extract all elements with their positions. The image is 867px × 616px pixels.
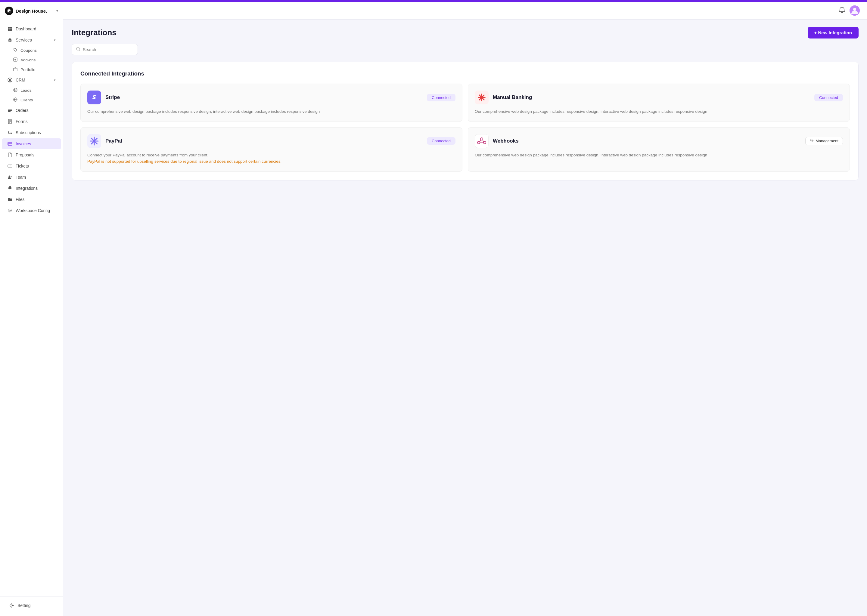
sidebar-item-dashboard[interactable]: Dashboard <box>2 24 61 34</box>
manual-banking-status-badge: Connected <box>814 94 843 101</box>
page-title: Integrations <box>72 28 117 37</box>
manual-banking-description: Our comprehensive web design package inc… <box>475 108 843 115</box>
sidebar: Design House. ▾ Dashboard Services ▾ <box>0 2 63 616</box>
sidebar-item-label: Subscriptions <box>16 130 41 135</box>
user-avatar[interactable] <box>850 5 860 16</box>
svg-point-34 <box>11 176 12 177</box>
svg-rect-7 <box>10 29 12 31</box>
svg-point-57 <box>811 140 812 141</box>
svg-rect-21 <box>8 109 12 110</box>
paypal-name: PayPal <box>106 138 422 144</box>
svg-rect-2 <box>8 11 9 12</box>
brand-name: Design House. <box>16 8 47 14</box>
briefcase-icon <box>13 67 17 72</box>
sidebar-item-integrations[interactable]: Integrations <box>2 183 61 194</box>
svg-point-39 <box>9 210 11 211</box>
svg-point-8 <box>14 49 15 49</box>
sidebar-item-label: Tickets <box>16 163 29 168</box>
search-input[interactable] <box>83 47 133 52</box>
integration-card-webhooks: Webhooks Management Our comprehensive we… <box>468 127 850 172</box>
svg-rect-1 <box>8 10 11 11</box>
svg-point-56 <box>481 138 483 140</box>
sidebar-item-invoices[interactable]: Invoices <box>2 138 61 149</box>
sidebar-item-addons[interactable]: Add-ons <box>2 55 61 64</box>
webhooks-description: Our comprehensive web design package inc… <box>475 152 843 159</box>
paypal-description: Connect your PayPal account to receive p… <box>87 152 456 159</box>
manual-banking-logo <box>475 91 489 104</box>
sidebar-item-team[interactable]: Team <box>2 172 61 182</box>
svg-rect-28 <box>8 142 12 145</box>
brand-chevron-icon: ▾ <box>56 9 58 13</box>
svg-rect-5 <box>10 27 12 28</box>
paypal-warning: PayPal is not supported for upselling se… <box>87 159 456 165</box>
sidebar-item-tickets[interactable]: Tickets <box>2 160 61 171</box>
svg-point-42 <box>853 8 856 11</box>
sidebar-item-crm[interactable]: CRM ▾ <box>2 75 61 85</box>
sidebar-item-label: Services <box>16 38 32 42</box>
svg-point-54 <box>478 141 480 144</box>
sidebar-item-leads[interactable]: Leads <box>2 86 61 95</box>
paypal-status-badge: Connected <box>427 137 456 145</box>
sidebar-item-files[interactable]: Files <box>2 194 61 205</box>
integration-card-paypal: PayPal Connected Connect your PayPal acc… <box>80 127 462 172</box>
sidebar-item-clients[interactable]: Clients <box>2 95 61 105</box>
file-text-icon <box>7 119 13 124</box>
sidebar-item-coupons[interactable]: Coupons <box>2 46 61 55</box>
svg-rect-31 <box>8 165 12 167</box>
sidebar-item-portfolio[interactable]: Portfolio <box>2 65 61 74</box>
integration-card-manual-banking: Manual Banking Connected Our comprehensi… <box>468 83 850 122</box>
list-icon <box>7 108 13 113</box>
user-circle-icon <box>7 77 13 83</box>
credit-card-icon <box>7 141 13 146</box>
new-integration-button[interactable]: + New Integration <box>808 27 859 39</box>
integration-card-header-webhooks: Webhooks Management <box>475 134 843 148</box>
repeat-icon <box>7 130 13 135</box>
topbar <box>63 2 867 20</box>
svg-rect-12 <box>14 68 17 71</box>
integration-card-header-manual-banking: Manual Banking Connected <box>475 91 843 104</box>
svg-rect-6 <box>8 29 9 31</box>
manual-banking-name: Manual Banking <box>493 94 810 101</box>
sidebar-item-forms[interactable]: Forms <box>2 116 61 127</box>
sidebar-item-workspace-config[interactable]: Workspace Config <box>2 205 61 216</box>
svg-point-14 <box>9 79 11 80</box>
integration-card-header-stripe: Stripe Connected <box>87 91 456 104</box>
integrations-grid: Stripe Connected Our comprehensive web d… <box>80 83 850 172</box>
integration-card-stripe: Stripe Connected Our comprehensive web d… <box>80 83 462 122</box>
sidebar-item-orders[interactable]: Orders <box>2 105 61 116</box>
svg-rect-36 <box>10 186 11 187</box>
search-icon <box>76 47 80 52</box>
bell-icon[interactable] <box>839 6 845 15</box>
dashboard-icon <box>7 26 13 31</box>
globe-icon <box>13 97 17 102</box>
stripe-description: Our comprehensive web design package inc… <box>87 108 456 115</box>
sidebar-item-label: Team <box>16 175 26 179</box>
sidebar-item-setting[interactable]: Setting <box>4 600 59 611</box>
svg-point-33 <box>9 176 10 177</box>
brand-logo-area[interactable]: Design House. ▾ <box>0 2 63 20</box>
sidebar-item-label: Workspace Config <box>16 208 50 213</box>
plug-icon <box>7 185 13 191</box>
users-icon <box>7 174 13 180</box>
sidebar-item-subscriptions[interactable]: Subscriptions <box>2 127 61 138</box>
sidebar-item-proposals[interactable]: Proposals <box>2 149 61 160</box>
chevron-down-icon: ▾ <box>54 78 56 82</box>
sidebar-item-services[interactable]: Services ▾ <box>2 35 61 46</box>
settings-icon <box>7 208 13 213</box>
stripe-logo <box>87 91 101 104</box>
sidebar-item-label: Integrations <box>16 186 38 191</box>
main-content: Integrations + New Integration Connected… <box>63 2 867 616</box>
tag-icon <box>13 48 17 53</box>
search-bar[interactable] <box>72 44 138 55</box>
svg-rect-30 <box>8 144 9 145</box>
settings-bottom-icon <box>9 603 14 608</box>
sidebar-item-label: Portfolio <box>20 68 36 72</box>
integration-card-header-paypal: PayPal Connected <box>87 134 456 148</box>
svg-line-44 <box>79 50 80 51</box>
file-icon <box>7 152 13 158</box>
gear-icon <box>810 139 814 143</box>
webhooks-management-button[interactable]: Management <box>805 137 843 145</box>
brand-logo-icon <box>5 6 13 15</box>
svg-rect-22 <box>8 110 12 111</box>
svg-rect-37 <box>8 187 11 189</box>
